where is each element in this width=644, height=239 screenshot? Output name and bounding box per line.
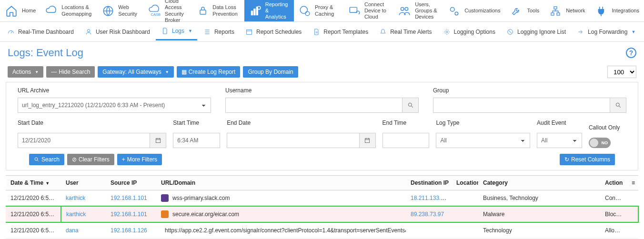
col-action[interactable]: Action xyxy=(600,176,627,190)
col-source-ip[interactable]: Source IP xyxy=(106,176,156,190)
cell-user[interactable]: karthick xyxy=(61,206,106,222)
subnav-report-schedules[interactable]: Report Schedules xyxy=(240,24,306,40)
actions-button[interactable]: Actions xyxy=(8,66,43,78)
url-archive-select[interactable]: url_log_entry_12212020 (12/21/2020 6:33 … xyxy=(18,98,211,113)
group-search-button[interactable] xyxy=(610,98,626,113)
start-time-input[interactable] xyxy=(173,133,220,148)
cell-category: Business, Technology xyxy=(478,190,600,207)
cell-location xyxy=(452,206,478,222)
callout-only-toggle[interactable]: NO xyxy=(589,138,611,148)
group-input[interactable] xyxy=(433,98,610,113)
col-datetime[interactable]: Date & Time▼ xyxy=(6,176,61,190)
start-date-input[interactable] xyxy=(18,133,150,148)
calendar-icon xyxy=(155,137,161,144)
page-size-select[interactable]: 100 xyxy=(607,66,636,78)
chart-icon xyxy=(249,4,262,18)
subnav-user-risk[interactable]: User Risk Dashboard xyxy=(80,24,155,40)
cell-datetime: 12/21/2020 6:54 PM xyxy=(6,206,61,222)
bell-icon xyxy=(379,28,387,36)
nav-casb[interactable]: CASB Cloud Access Security Broker xyxy=(143,0,192,21)
nav-integrations[interactable]: Integrations xyxy=(590,0,644,21)
group-by-domain-button[interactable]: Group By Domain xyxy=(243,66,298,78)
nav-locations[interactable]: Locations & Geomapping xyxy=(40,0,97,21)
subnav-logging-ignore[interactable]: Logging Ignore List xyxy=(501,24,571,40)
subnav-log-forwarding[interactable]: Log Forwarding▼ xyxy=(572,24,640,40)
subnav-reporting-settings[interactable]: Reporting Settings xyxy=(641,24,644,40)
svg-point-26 xyxy=(616,103,619,106)
cell-url[interactable]: secure.eicar.org/eicar.com xyxy=(156,206,406,222)
end-date-picker-button[interactable] xyxy=(360,133,376,148)
col-menu[interactable]: ≡ xyxy=(627,176,638,190)
nav-connect-device[interactable]: Connect Device to Cloud xyxy=(343,0,393,21)
cell-source-ip[interactable]: 192.168.1.101 xyxy=(106,206,156,222)
callout-only-label: Callout Only xyxy=(589,124,626,131)
svg-rect-3 xyxy=(251,11,252,15)
end-time-input[interactable] xyxy=(382,133,430,148)
col-user[interactable]: User xyxy=(61,176,106,190)
toggle-knob xyxy=(590,139,598,147)
username-input[interactable] xyxy=(225,98,402,113)
nav-proxy[interactable]: Proxy & Caching xyxy=(294,0,343,21)
subnav-logs[interactable]: Logs▼ xyxy=(156,23,197,40)
list-icon xyxy=(203,28,211,36)
col-destination-ip[interactable]: Destination IP xyxy=(406,176,452,190)
gateway-button[interactable]: Gateway: All Gateways xyxy=(98,66,173,78)
cell-dest-ip[interactable]: 18.211.133.65 xyxy=(406,190,452,207)
col-url-domain[interactable]: URL/Domain xyxy=(156,176,406,190)
col-location[interactable]: Location xyxy=(452,176,478,190)
svg-point-25 xyxy=(408,103,412,106)
subnav-realtime-dashboard[interactable]: Real-Time Dashboard xyxy=(2,24,79,40)
cell-user[interactable]: karthick xyxy=(61,190,106,207)
col-category[interactable]: Category xyxy=(478,176,600,190)
reset-columns-button[interactable]: ↻Reset Columns xyxy=(560,154,615,165)
nav-web-security[interactable]: Web Security xyxy=(97,0,143,21)
nav-home[interactable]: Home xyxy=(0,0,40,21)
cell-dest-ip[interactable]: 89.238.73.97 xyxy=(406,206,452,222)
help-icon[interactable]: ? xyxy=(626,48,636,58)
start-date-picker-button[interactable] xyxy=(150,133,166,148)
svg-rect-16 xyxy=(557,13,560,15)
hide-search-button[interactable]: —Hide Search xyxy=(46,66,95,78)
group-label: Group xyxy=(433,87,626,94)
svg-rect-15 xyxy=(551,13,554,15)
cell-source-ip[interactable]: 192.168.1.101 xyxy=(106,190,156,207)
page-title: Logs: Event Log xyxy=(8,47,83,59)
nav-users[interactable]: Users, Groups & Devices xyxy=(393,0,443,21)
cell-user[interactable]: dana xyxy=(61,222,106,239)
search-button[interactable]: Search xyxy=(29,154,64,165)
clear-filters-button[interactable]: ⊘Clear Filters xyxy=(67,154,114,165)
table-row[interactable]: 12/21/2020 6:54 PMkarthick192.168.1.101w… xyxy=(6,190,638,207)
username-label: Username xyxy=(225,87,419,94)
cell-url[interactable]: wss-primary.slack.com xyxy=(156,190,406,207)
nav-network[interactable]: Network xyxy=(544,0,590,21)
subnav-reports[interactable]: Reports xyxy=(198,24,239,40)
gauge-icon xyxy=(7,28,15,36)
subnav-logging-options[interactable]: Logging Options xyxy=(438,24,500,40)
cell-url[interactable]: https://app.ce2.2.gf.event.com/signalr/c… xyxy=(156,222,406,239)
username-search-button[interactable] xyxy=(402,98,419,113)
table-row[interactable]: 12/21/2020 6:53 PMdana192.168.1.126https… xyxy=(6,222,638,239)
network-icon xyxy=(549,4,562,18)
table-header-row: Date & Time▼ User Source IP URL/Domain D… xyxy=(6,176,638,190)
create-log-report-button[interactable]: ▦Create Log Report xyxy=(177,66,241,78)
end-date-input[interactable] xyxy=(227,133,359,148)
subnav-realtime-alerts[interactable]: Real Time Alerts xyxy=(374,24,436,40)
log-type-select[interactable]: All xyxy=(436,133,530,148)
nav-tools[interactable]: Tools xyxy=(505,0,544,21)
globe-shield-icon xyxy=(102,4,114,18)
toolbar: Actions —Hide Search Gateway: All Gatewa… xyxy=(0,66,644,82)
svg-point-11 xyxy=(405,7,408,10)
cell-dest-ip[interactable] xyxy=(406,222,452,239)
nav-dlp[interactable]: Data Loss Prevention xyxy=(192,0,244,21)
ignore-icon xyxy=(506,28,514,36)
caret-down-icon: ▼ xyxy=(631,30,635,34)
subnav-report-templates[interactable]: Report Templates xyxy=(307,24,373,40)
audit-event-select[interactable]: All xyxy=(537,133,582,148)
cell-source-ip[interactable]: 192.168.1.126 xyxy=(106,222,156,239)
table-row[interactable]: 12/21/2020 6:54 PMkarthick192.168.1.101s… xyxy=(6,206,638,222)
more-filters-button[interactable]: +More Filters xyxy=(117,154,162,165)
nav-customizations[interactable]: Customizations xyxy=(443,0,505,21)
nav-reporting[interactable]: Reporting & Analytics xyxy=(244,0,294,21)
users-icon xyxy=(398,4,411,18)
favicon-icon xyxy=(161,194,169,202)
